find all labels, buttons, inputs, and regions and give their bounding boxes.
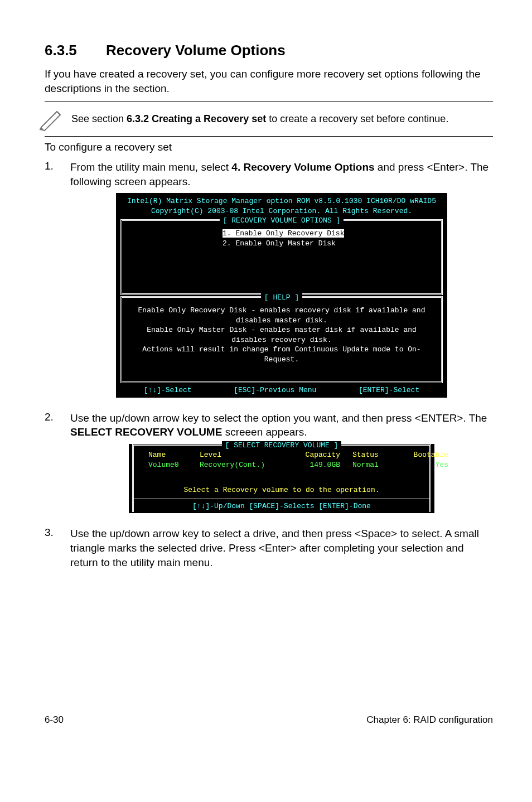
help-box-title: [ HELP ] <box>261 293 302 302</box>
options-box-title: [ RECOVERY VOLUME OPTIONS ] <box>220 216 344 225</box>
help-line: Enable Only Recovery Disk - enables reco… <box>132 306 431 316</box>
step-2: 2. Use the up/down arrow key to select t… <box>45 411 493 521</box>
intro-paragraph: If you have created a recovery set, you … <box>45 67 493 95</box>
help-line: disables master disk. <box>132 316 431 326</box>
terminal-recovery-options: Intel(R) Matrix Storage Manager option R… <box>116 193 447 398</box>
note-callout: See section 6.3.2 Creating a Recovery se… <box>45 101 493 137</box>
col-level: Level <box>200 450 283 460</box>
col-capacity: Capacity <box>296 450 340 460</box>
rom-header-line1: Intel(R) Matrix Storage Manager option R… <box>122 196 442 206</box>
help-line: Enable Only Master Disk - enables master… <box>132 325 431 335</box>
rom-header-line2: Copyright(C) 2003-08 Intel Corporation. … <box>122 206 442 216</box>
svg-line-0 <box>57 112 60 115</box>
step-3: 3. Use the up/down arrow key to select a… <box>45 526 493 569</box>
select-prompt: Select a Recovery volume to do the opera… <box>137 485 426 495</box>
terminal-select-recovery: [ SELECT RECOVERY VOLUME ] Name Level Ca… <box>129 444 434 513</box>
pencil-icon <box>38 105 67 134</box>
footer-hint-enter: [ENTER]-Select <box>359 385 419 395</box>
section-title: Recovery Volume Options <box>106 42 286 59</box>
step-number: 1. <box>45 160 70 405</box>
note-text: See section 6.3.2 Creating a Recovery se… <box>71 113 448 125</box>
chapter-label: Chapter 6: RAID configuration <box>366 714 493 726</box>
menu-option-2[interactable]: 2. Enable Only Master Disk <box>223 239 436 249</box>
col-name: Name <box>148 450 187 460</box>
help-line: disables recovery disk. <box>132 335 431 345</box>
select-footer-hint: [↑↓]-Up/Down [SPACE]-Selects [ENTER]-Don… <box>134 499 429 513</box>
pre-steps-text: To configure a recovery set <box>45 140 493 154</box>
step-1: 1. From the utility main menu, select 4.… <box>45 160 493 405</box>
step-number: 3. <box>45 526 70 569</box>
table-row[interactable]: Volume0 Recovery(Cont.) 149.0GB Normal Y… <box>137 460 426 470</box>
help-line: Actions will result in change from Conti… <box>132 345 431 364</box>
section-heading: 6.3.5Recovery Volume Options <box>45 42 493 59</box>
select-box-title: [ SELECT RECOVERY VOLUME ] <box>222 441 342 450</box>
col-status: Status <box>352 450 391 460</box>
menu-option-1[interactable]: 1. Enable Only Recovery Disk <box>223 229 344 238</box>
page-number: 6-30 <box>45 714 64 726</box>
footer-hint-esc: [ESC]-Previous Menu <box>234 385 316 395</box>
step-3-text: Use the up/down arrow key to select a dr… <box>70 526 493 569</box>
col-bootable: Bootable <box>404 450 448 460</box>
footer-hint-select: [↑↓]-Select <box>144 385 192 395</box>
section-number: 6.3.5 <box>45 42 106 59</box>
step-number: 2. <box>45 411 70 521</box>
page-footer: 6-30 Chapter 6: RAID configuration <box>45 714 493 726</box>
